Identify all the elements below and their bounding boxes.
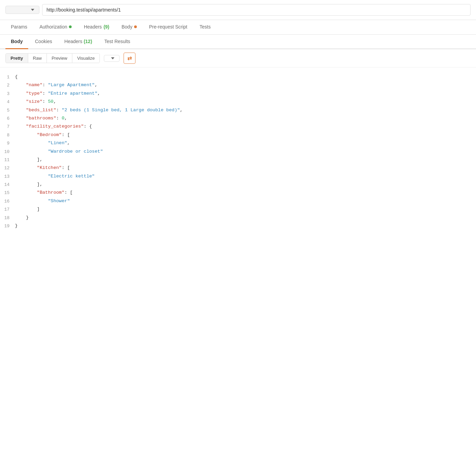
json-bracket: [ xyxy=(70,190,73,195)
request-tab-headers[interactable]: Headers(9) xyxy=(78,20,115,34)
json-key: "Bathroom" xyxy=(37,190,65,195)
line-content: "Shower" xyxy=(15,197,473,205)
json-plain: , xyxy=(95,82,97,88)
tab-label: Body xyxy=(11,39,23,44)
format-btn-preview[interactable]: Preview xyxy=(47,54,72,63)
request-tab-authorization[interactable]: Authorization xyxy=(34,20,77,34)
line-content: ] xyxy=(15,205,473,213)
line-number: 8 xyxy=(3,131,15,139)
tab-badge: (12) xyxy=(83,39,92,44)
line-number: 10 xyxy=(3,148,15,156)
code-line: 17 ] xyxy=(0,205,476,213)
json-format-select[interactable] xyxy=(104,55,120,62)
tab-label: Test Results xyxy=(104,39,130,44)
json-plain: : xyxy=(84,124,89,129)
response-tabs: BodyCookiesHeaders (12)Test Results xyxy=(0,35,476,49)
code-line: 2 "name": "Large Apartment", xyxy=(0,81,476,89)
json-plain: : xyxy=(56,108,62,113)
tab-label: Params xyxy=(11,24,27,30)
code-line: 18 } xyxy=(0,214,476,222)
json-plain: : xyxy=(62,132,67,137)
indent xyxy=(15,116,26,121)
indent xyxy=(15,108,26,113)
code-line: 7 "facility_categories": { xyxy=(0,122,476,131)
indent xyxy=(15,207,37,212)
json-string: "Electric kettle" xyxy=(48,174,95,179)
line-number: 9 xyxy=(3,139,15,147)
line-content: ], xyxy=(15,180,473,189)
request-tab-pre-request-script[interactable]: Pre-request Script xyxy=(144,20,193,34)
json-plain: : xyxy=(42,91,48,96)
indent xyxy=(15,82,26,88)
json-brace: } xyxy=(26,215,29,220)
url-bar xyxy=(0,0,476,20)
code-line: 9 "Linen", xyxy=(0,139,476,147)
line-number: 16 xyxy=(3,197,15,205)
json-plain: , xyxy=(40,157,42,162)
request-tab-tests[interactable]: Tests xyxy=(194,20,216,34)
tab-label: Pre-request Script xyxy=(149,24,187,30)
tab-dot-icon xyxy=(134,25,137,28)
json-key: "bathrooms" xyxy=(26,116,56,121)
json-plain: , xyxy=(40,182,42,187)
wrap-button[interactable]: ⇄ xyxy=(124,53,135,64)
code-line: 15 "Bathroom": [ xyxy=(0,189,476,197)
line-content: "Wardrobe or closet" xyxy=(15,148,473,156)
line-number: 4 xyxy=(3,98,15,106)
code-line: 14 ], xyxy=(0,180,476,189)
code-line: 10 "Wardrobe or closet" xyxy=(0,148,476,156)
response-tab-test-results[interactable]: Test Results xyxy=(99,35,135,49)
line-number: 11 xyxy=(3,156,15,164)
json-key: "Kitchen" xyxy=(37,165,62,170)
line-number: 2 xyxy=(3,81,15,89)
json-string: "Entire apartment" xyxy=(48,91,97,96)
indent xyxy=(15,215,26,220)
response-tab-cookies[interactable]: Cookies xyxy=(30,35,58,49)
url-input[interactable] xyxy=(42,4,471,16)
json-plain: : xyxy=(56,116,62,121)
request-tab-body[interactable]: Body xyxy=(116,20,142,34)
line-content: "type": "Entire apartment", xyxy=(15,90,473,98)
json-bracket: ] xyxy=(37,182,40,187)
code-line: 3 "type": "Entire apartment", xyxy=(0,90,476,98)
line-number: 6 xyxy=(3,114,15,122)
json-plain: , xyxy=(53,99,56,104)
json-key: "facility_categories" xyxy=(26,124,84,129)
method-select[interactable] xyxy=(5,6,39,14)
line-number: 14 xyxy=(3,180,15,189)
line-content: "Bathroom": [ xyxy=(15,189,473,197)
json-plain: , xyxy=(97,91,100,96)
line-content: ], xyxy=(15,156,473,164)
response-tab-body[interactable]: Body xyxy=(5,35,28,49)
json-plain: : xyxy=(65,190,70,195)
format-btn-visualize[interactable]: Visualize xyxy=(72,54,99,63)
indent xyxy=(15,182,37,187)
line-number: 1 xyxy=(3,73,15,81)
json-string: "2 beds (1 Single bed, 1 Large double be… xyxy=(62,108,180,113)
response-tab-headers[interactable]: Headers (12) xyxy=(59,35,98,49)
indent xyxy=(15,165,37,170)
json-number: 50 xyxy=(48,99,53,104)
format-btn-pretty[interactable]: Pretty xyxy=(6,54,28,63)
request-tab-params[interactable]: Params xyxy=(5,20,33,34)
line-number: 18 xyxy=(3,214,15,222)
json-key: "beds_list" xyxy=(26,108,56,113)
indent xyxy=(15,190,37,195)
method-chevron-icon xyxy=(31,9,34,11)
wrap-icon: ⇄ xyxy=(127,55,132,61)
json-bracket: ] xyxy=(37,207,40,212)
line-number: 3 xyxy=(3,90,15,98)
line-number: 17 xyxy=(3,205,15,213)
format-button-group: PrettyRawPreviewVisualize xyxy=(5,53,100,63)
json-string: "Shower" xyxy=(48,198,70,204)
json-string: "Linen" xyxy=(48,140,67,146)
format-btn-raw[interactable]: Raw xyxy=(28,54,47,63)
json-key: "type" xyxy=(26,91,42,96)
json-number: 0 xyxy=(62,116,65,121)
json-plain: , xyxy=(180,108,183,113)
json-brace: } xyxy=(15,223,18,228)
json-plain: : xyxy=(42,82,48,88)
code-line: 4 "size": 50, xyxy=(0,98,476,106)
indent xyxy=(15,91,26,96)
tab-label: Body xyxy=(122,24,132,30)
